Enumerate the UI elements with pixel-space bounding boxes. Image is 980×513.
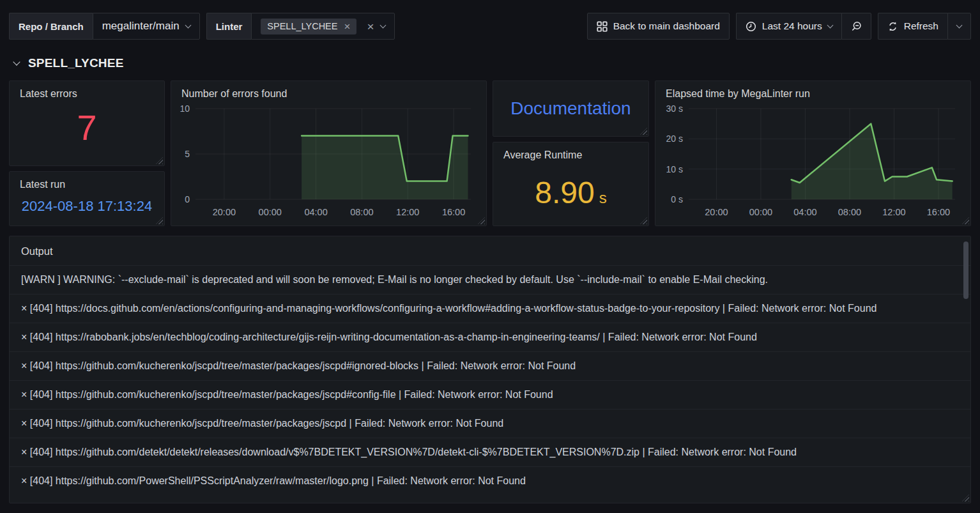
grafana-dashboard: Repo / Branch megalinter/main Linter SPE… — [0, 0, 980, 513]
zoom-out-time-button[interactable] — [841, 13, 871, 40]
linter-tag[interactable]: SPELL_LYCHEE × — [261, 19, 356, 34]
clock-icon — [746, 21, 756, 32]
panel-resize-handle[interactable] — [962, 494, 969, 502]
panel-title[interactable]: Elapsed time by MegaLinter run — [655, 81, 970, 100]
panel-latest-errors: Latest errors 7 — [9, 80, 165, 166]
repo-branch-select[interactable]: megalinter/main — [93, 13, 200, 40]
chevron-down-icon — [13, 58, 20, 65]
svg-text:10: 10 — [180, 103, 190, 114]
svg-text:04:00: 04:00 — [304, 207, 327, 217]
chevron-down-icon — [379, 22, 386, 28]
remove-tag-icon[interactable]: × — [344, 21, 350, 32]
svg-text:12:00: 12:00 — [396, 207, 419, 217]
top-bar: Repo / Branch megalinter/main Linter SPE… — [0, 0, 980, 40]
panel-title[interactable]: Output — [10, 236, 970, 265]
panel-latest-run: Latest run 2024-08-18 17:13:24 — [9, 171, 165, 226]
svg-text:00:00: 00:00 — [749, 207, 772, 217]
output-log-row: × [404] https://github.com/kucherenko/js… — [10, 380, 970, 409]
time-range-picker[interactable]: Last 24 hours — [736, 13, 841, 40]
svg-text:5: 5 — [185, 149, 190, 159]
output-log-row: × [404] https://github.com/detekt/detekt… — [10, 438, 970, 466]
elapsed-time-series-chart[interactable]: 0 s10 s20 s30 s20:0000:0004:0008:0012:00… — [655, 102, 964, 220]
search-minus-icon — [851, 21, 862, 32]
panel-resize-handle[interactable] — [156, 157, 163, 164]
average-runtime-unit: s — [599, 189, 607, 207]
svg-text:0: 0 — [185, 194, 190, 204]
svg-text:10 s: 10 s — [666, 164, 683, 174]
panel-title[interactable]: Latest errors — [10, 81, 164, 100]
time-range-label: Last 24 hours — [762, 20, 822, 32]
svg-text:16:00: 16:00 — [927, 207, 950, 217]
refresh-button[interactable]: Refresh — [878, 13, 947, 40]
template-variables: Repo / Branch megalinter/main Linter SPE… — [9, 13, 395, 40]
panel-output: Output [WARN ] WARNING: `--exclude-mail`… — [9, 236, 971, 503]
section-title: SPELL_LYCHEE — [28, 56, 124, 70]
output-log-row: × [404] https://github.com/PowerShell/PS… — [10, 466, 970, 495]
linter-select[interactable]: SPELL_LYCHEE × × — [251, 13, 394, 40]
refresh-label: Refresh — [904, 20, 938, 32]
refresh-sync-icon — [887, 21, 898, 32]
panel-resize-handle[interactable] — [156, 217, 163, 224]
errors-time-series-chart[interactable]: 051020:0000:0004:0008:0012:0016:00 — [171, 102, 480, 220]
panel-resize-handle[interactable] — [640, 128, 647, 135]
column-links: Documentation Average Runtime 8.90 s — [493, 80, 649, 226]
output-log-row: [WARN ] WARNING: `--exclude-mail` is dep… — [10, 265, 970, 294]
svg-text:08:00: 08:00 — [350, 207, 373, 217]
apps-grid-icon — [597, 21, 608, 32]
svg-text:16:00: 16:00 — [442, 207, 465, 217]
panel-average-runtime: Average Runtime 8.90 s — [493, 142, 649, 226]
back-button-label: Back to main dashboard — [613, 20, 720, 32]
variable-repo-branch: Repo / Branch megalinter/main — [9, 13, 200, 40]
svg-text:04:00: 04:00 — [793, 207, 816, 217]
svg-text:00:00: 00:00 — [259, 207, 282, 217]
output-log-row: × [404] https://docs.github.com/en/actio… — [10, 294, 970, 323]
time-controls: Last 24 hours — [736, 13, 871, 40]
panel-errors-chart: Number of errors found 051020:0000:0004:… — [171, 80, 487, 226]
refresh-controls: Refresh — [878, 13, 971, 40]
panel-title[interactable]: Latest run — [10, 172, 164, 190]
clear-selection-icon[interactable]: × — [367, 20, 374, 33]
svg-text:30 s: 30 s — [666, 103, 683, 114]
svg-text:08:00: 08:00 — [838, 207, 861, 217]
output-log-row: × [404] https://github.com/kucherenko/js… — [10, 351, 970, 380]
chevron-down-icon — [956, 22, 963, 28]
panel-elapsed-time-chart: Elapsed time by MegaLinter run 0 s10 s20… — [655, 80, 971, 226]
linter-tag-value: SPELL_LYCHEE — [267, 21, 337, 31]
panel-title[interactable]: Average Runtime — [493, 142, 648, 161]
scrollbar-thumb[interactable] — [963, 241, 969, 299]
latest-errors-value: 7 — [10, 100, 164, 155]
panel-documentation: Documentation — [493, 80, 649, 137]
toolbar-actions: Back to main dashboard Last 24 hours — [587, 13, 971, 40]
documentation-link[interactable]: Documentation — [510, 98, 631, 119]
latest-run-link[interactable]: 2024-08-18 17:13:24 — [10, 198, 164, 215]
back-to-main-dashboard-button[interactable]: Back to main dashboard — [587, 13, 730, 40]
average-runtime-number: 8.90 — [535, 175, 594, 210]
repo-branch-value: megalinter/main — [102, 20, 180, 33]
refresh-interval-dropdown[interactable] — [947, 13, 971, 40]
panel-resize-handle[interactable] — [640, 217, 647, 224]
repo-branch-label: Repo / Branch — [9, 13, 93, 40]
output-log-row: × [404] https://github.com/kucherenko/js… — [10, 409, 970, 438]
variable-linter: Linter SPELL_LYCHEE × × — [206, 13, 395, 40]
row-toggle-spell-lychee[interactable]: SPELL_LYCHEE — [14, 56, 971, 70]
panel-title[interactable]: Number of errors found — [171, 81, 486, 100]
average-runtime-value: 8.90 s — [493, 175, 648, 210]
linter-label: Linter — [206, 13, 252, 40]
panel-grid: Latest errors 7 Latest run 2024-08-18 17… — [9, 80, 971, 226]
svg-text:12:00: 12:00 — [882, 207, 905, 217]
svg-text:20:00: 20:00 — [705, 207, 728, 217]
svg-text:20 s: 20 s — [666, 134, 683, 144]
svg-text:0 s: 0 s — [671, 194, 683, 204]
svg-text:20:00: 20:00 — [213, 207, 236, 217]
column-stats: Latest errors 7 Latest run 2024-08-18 17… — [9, 80, 165, 226]
chevron-down-icon — [827, 22, 833, 28]
chevron-down-icon — [185, 22, 191, 28]
output-log-row: × [404] https://rabobank.jobs/en/techblo… — [10, 323, 970, 351]
